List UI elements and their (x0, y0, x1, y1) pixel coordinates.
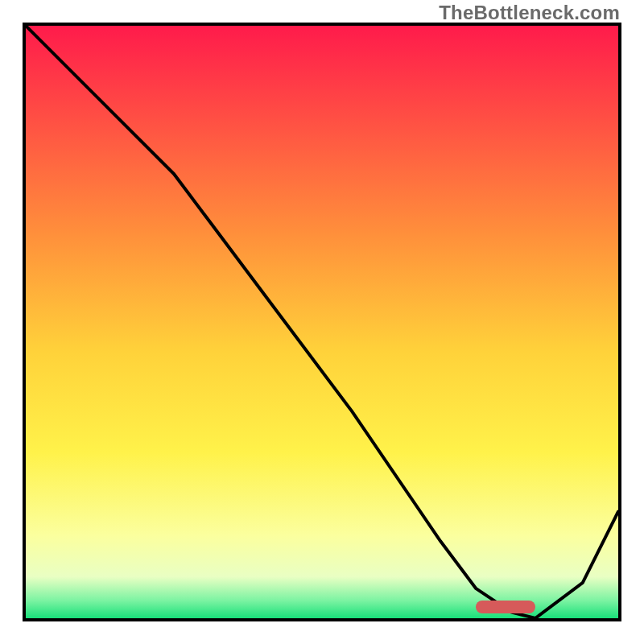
curve-line (26, 26, 618, 618)
watermark-text: TheBottleneck.com (439, 2, 620, 24)
chart-frame: TheBottleneck.com (0, 0, 644, 644)
plot-area (23, 23, 621, 621)
optimal-range-marker (476, 601, 535, 613)
